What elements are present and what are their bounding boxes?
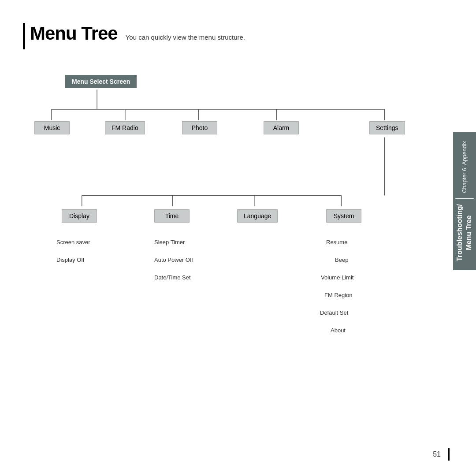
sleep-timer-text: Sleep Timer (154, 238, 185, 246)
page-title: Menu Tree (30, 23, 118, 44)
screen-saver-text: Screen saver (56, 238, 90, 246)
display-node: Display (62, 209, 97, 223)
time-node: Time (154, 209, 190, 223)
page-number: 51 (433, 450, 441, 458)
sidebar-chapter: Chapter 6. Appendix (461, 141, 469, 193)
right-sidebar: Chapter 6. Appendix Troubleshooting/ Men… (453, 132, 476, 270)
beep-text: Beep (335, 256, 348, 264)
auto-power-off-text: Auto Power Off (154, 256, 193, 264)
photo-node: Photo (182, 121, 217, 134)
date-time-set-text: Date/Time Set (154, 273, 191, 281)
title-area: Menu Tree You can quickly view the menu … (30, 23, 245, 44)
language-node: Language (237, 209, 278, 223)
settings-node: Settings (369, 121, 405, 134)
menu-select-screen-node: Menu Select Screen (65, 75, 137, 88)
page-subtitle: You can quickly view the menu structure. (126, 33, 245, 41)
page-line (448, 448, 450, 461)
about-text: About (331, 326, 346, 334)
fm-region-text: FM Region (324, 291, 353, 299)
resume-text: Resume (326, 238, 347, 246)
sidebar-divider (455, 198, 474, 199)
default-set-text: Default Set (320, 309, 348, 316)
music-node: Music (34, 121, 70, 134)
volume-limit-text: Volume Limit (321, 273, 353, 281)
system-node: System (326, 209, 361, 223)
root-node: Menu Select Screen (65, 75, 137, 88)
alarm-node: Alarm (264, 121, 299, 134)
left-accent-bar (23, 23, 25, 49)
menu-tree: Menu Select Screen Music FM Radio Photo … (30, 75, 441, 441)
fm-radio-node: FM Radio (105, 121, 145, 134)
display-off-text: Display Off (56, 256, 84, 264)
sidebar-section: Troubleshooting/ Menu Tree (455, 204, 474, 261)
